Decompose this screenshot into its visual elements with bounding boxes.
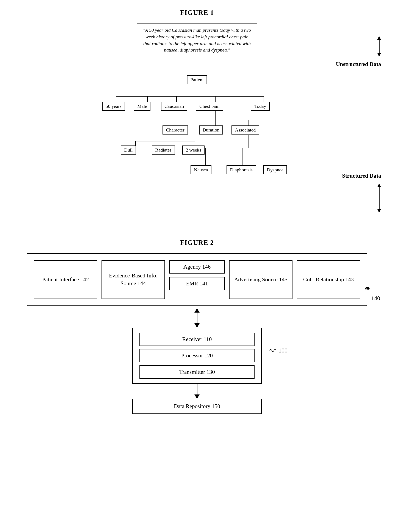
node-male: Male (134, 102, 150, 111)
processor-box: Processor 120 (140, 349, 254, 362)
structured-arrow-down (377, 209, 381, 213)
unstructured-arrow-line (379, 40, 379, 53)
down-arrow-container (194, 384, 200, 399)
evidence-based-box: Evidence-Based Info. Source 144 (102, 260, 165, 299)
structured-arrow-line (379, 187, 379, 209)
node-diaphoresis: Diaphoresis (227, 165, 256, 174)
structured-arrow-up (377, 183, 381, 187)
side-labels: Unstructured Data Structured Data (325, 36, 381, 213)
advertising-source-box: Advertising Source 145 (229, 260, 292, 299)
patient-node: Patient (187, 75, 207, 84)
sources-row: Patient Interface 142 Evidence-Based Inf… (34, 260, 360, 299)
patient-interface-box: Patient Interface 142 (34, 260, 97, 299)
node-radiates: Radiates (152, 145, 175, 155)
figure2-section: FIGURE 2 Patient Interface 142 Evidence-… (13, 239, 381, 414)
transmitter-box: Transmitter 130 (140, 365, 254, 379)
node-dyspnea: Dyspnea (263, 165, 287, 174)
arrow-mid-line1 (197, 313, 197, 323)
unstructured-data-label: Unstructured Data (336, 61, 381, 67)
center-section: Receiver 110 Processor 120 Transmitter 1… (13, 308, 381, 414)
coll-relationship-box: Coll. Relationship 143 (297, 260, 360, 299)
node-caucasian: Caucasian (161, 102, 187, 111)
agency-box: Agency 146 (169, 260, 225, 274)
system-container: Receiver 110 Processor 120 Transmitter 1… (132, 328, 262, 384)
figure1-title: FIGURE 1 (13, 9, 381, 17)
down-arrowhead (194, 394, 200, 399)
label-100: 100 (279, 347, 288, 354)
receiver-box: Receiver 110 (140, 333, 254, 346)
figure1-section: FIGURE 1 Unstructured Data Structured Da… (13, 9, 381, 221)
system-box: Receiver 110 Processor 120 Transmitter 1… (132, 328, 262, 384)
squiggle-mark: ❧ (365, 284, 370, 293)
agency-emr-group: Agency 146 EMR 141 (169, 260, 225, 299)
unstructured-arrow-up (377, 36, 381, 40)
data-repo-box: Data Repository 150 (132, 399, 262, 414)
node-duration: Duration (199, 125, 223, 134)
bidir-arrow-container (194, 308, 200, 328)
node-character: Character (162, 125, 188, 134)
node-nausea: Nausea (191, 165, 212, 174)
arrow-top-up (194, 308, 200, 313)
node-associated: Associated (232, 125, 259, 134)
node-dull: Dull (121, 145, 136, 155)
sources-outer-box: Patient Interface 142 Evidence-Based Inf… (27, 253, 367, 306)
node-50years: 50 years (102, 102, 125, 111)
figure2-title: FIGURE 2 (13, 239, 381, 247)
arrow-top-down (194, 323, 200, 328)
figure1-diagram: Unstructured Data Structured Data (13, 23, 381, 221)
unstructured-arrow-down (377, 53, 381, 57)
down-line (197, 384, 197, 394)
node-chestpain: Chest pain (196, 102, 223, 111)
label-100-container: 100 (269, 347, 288, 354)
label-140: 140 (371, 295, 380, 302)
structured-data-label: Structured Data (342, 173, 381, 179)
squiggle-100-svg (269, 347, 277, 354)
quote-box: "A 50 year old Caucasian man presents to… (137, 23, 257, 57)
node-today: Today (251, 102, 270, 111)
emr-box: EMR 141 (169, 277, 225, 290)
node-2weeks: 2 weeks (182, 145, 205, 155)
